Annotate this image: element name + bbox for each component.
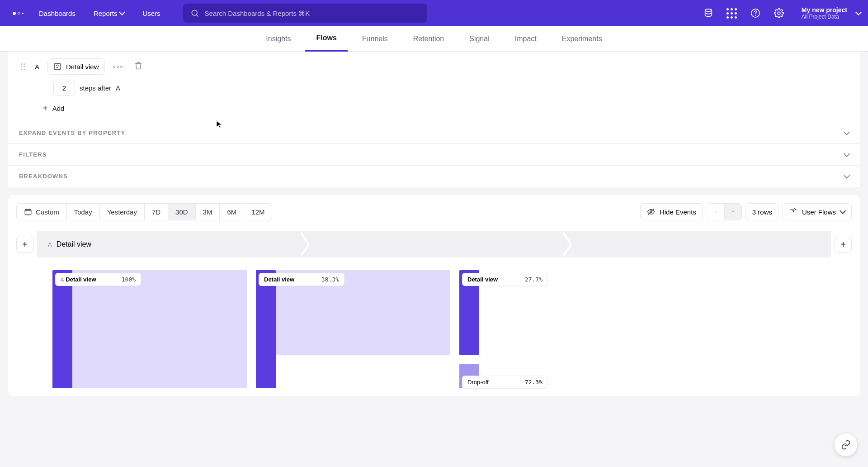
add-step-after[interactable]: +	[835, 236, 852, 253]
add-step-before[interactable]: +	[16, 236, 33, 253]
svg-rect-7	[25, 210, 31, 215]
range-3m[interactable]: 3M	[195, 204, 220, 220]
flow-step-2[interactable]: Detail view 38.3%	[247, 270, 450, 388]
collapse-button[interactable]	[707, 204, 724, 220]
nav-users[interactable]: Users	[134, 5, 168, 22]
project-sub: All Project Data	[802, 14, 847, 20]
tab-retention[interactable]: Retention	[402, 26, 455, 52]
range-6m[interactable]: 6M	[219, 204, 244, 220]
breakdowns-label: BREAKDOWNS	[19, 173, 68, 180]
flow-banner-2[interactable]	[299, 231, 561, 257]
range-12m[interactable]: 12M	[244, 204, 272, 220]
flow-icon	[789, 208, 797, 216]
range-custom[interactable]: Custom	[17, 204, 66, 220]
trash-icon	[134, 62, 142, 70]
steps-after-label: steps after	[80, 84, 111, 92]
chevron-down-icon	[844, 172, 850, 178]
svg-point-2	[705, 9, 712, 12]
expand-icon	[732, 208, 734, 216]
svg-point-5	[778, 12, 780, 14]
flow-step-1[interactable]: ADetail view 100%	[43, 270, 247, 388]
collapse-icon	[714, 208, 717, 216]
expand-events-section[interactable]: EXPAND EVENTS BY PROPERTY	[8, 122, 860, 143]
calendar-icon	[24, 208, 32, 216]
tab-insights[interactable]: Insights	[255, 26, 302, 52]
search-bar[interactable]	[183, 4, 427, 23]
chevron-down-icon	[844, 129, 850, 135]
view-selector[interactable]: User Flows	[783, 203, 852, 220]
nav-reports[interactable]: Reports	[85, 5, 133, 22]
settings-btn[interactable]	[769, 3, 789, 23]
range-7d[interactable]: 7D	[144, 204, 168, 220]
event-chip-label: Detail view	[66, 63, 99, 71]
chevron-down-icon	[840, 208, 846, 214]
chevron-down-icon	[119, 9, 125, 15]
date-range-group: Custom Today Yesterday 7D 30D 3M 6M 12M	[16, 203, 272, 220]
collapse-expand-group	[707, 203, 742, 220]
chevron-down-icon	[844, 150, 850, 157]
nav-dashboards[interactable]: Dashboards	[31, 5, 84, 22]
svg-rect-6	[54, 63, 61, 70]
add-label: Add	[52, 105, 65, 112]
svg-point-4	[755, 15, 755, 15]
flow-banner-1[interactable]: A Detail view	[37, 231, 299, 257]
gear-icon	[774, 8, 784, 18]
expand-events-label: EXPAND EVENTS BY PROPERTY	[19, 129, 125, 136]
search-icon	[190, 9, 199, 18]
steps-after-ref: A	[116, 84, 120, 92]
nav-reports-label: Reports	[94, 10, 118, 17]
filters-section[interactable]: FILTERS	[8, 143, 860, 165]
apps-grid-icon	[726, 8, 737, 19]
range-yesterday[interactable]: Yesterday	[99, 204, 144, 220]
range-today[interactable]: Today	[66, 204, 99, 220]
help-btn[interactable]	[745, 3, 765, 23]
steps-count-input[interactable]	[53, 80, 75, 96]
svg-line-1	[196, 14, 198, 16]
tab-signal[interactable]: Signal	[458, 26, 500, 52]
flow-banner-3[interactable]	[561, 231, 831, 257]
report-tabs: Insights Flows Funnels Retention Signal …	[0, 26, 868, 52]
help-icon	[750, 8, 760, 18]
flow-step-3[interactable]: Detail view 27.7% Drop-off 72.3%	[450, 270, 654, 388]
database-icon-btn[interactable]	[698, 3, 718, 23]
flow-step-banners: A Detail view	[37, 231, 831, 257]
rows-selector[interactable]: 3 rows	[745, 203, 779, 220]
expand-button[interactable]	[724, 204, 741, 220]
drag-handle[interactable]	[19, 62, 27, 72]
filters-label: FILTERS	[19, 151, 47, 158]
search-input[interactable]	[205, 10, 420, 17]
more-button[interactable]	[109, 62, 126, 71]
event-icon	[53, 62, 61, 71]
tab-flows[interactable]: Flows	[305, 26, 347, 52]
eye-off-icon	[647, 208, 655, 216]
chevron-down-icon	[855, 9, 862, 15]
event-chip[interactable]: Detail view	[47, 58, 105, 75]
project-name: My new project	[802, 6, 847, 14]
range-30d[interactable]: 30D	[168, 204, 195, 220]
step-letter: A	[31, 63, 43, 71]
delete-button[interactable]	[131, 58, 146, 75]
tab-experiments[interactable]: Experiments	[551, 26, 613, 52]
project-selector[interactable]: My new project All Project Data	[793, 6, 853, 20]
add-step-button[interactable]: + Add	[8, 99, 860, 122]
hide-events-button[interactable]: Hide Events	[640, 203, 703, 220]
flow-chart: ADetail view 100% Detail view 38.3% Deta…	[16, 270, 852, 388]
tab-impact[interactable]: Impact	[504, 26, 547, 52]
apps-btn[interactable]	[722, 3, 742, 23]
plus-icon: +	[42, 103, 48, 114]
app-menu[interactable]	[7, 8, 29, 19]
database-icon	[703, 8, 713, 18]
svg-point-0	[192, 10, 197, 15]
tab-funnels[interactable]: Funnels	[351, 26, 399, 52]
breakdowns-section[interactable]: BREAKDOWNS	[8, 165, 860, 187]
